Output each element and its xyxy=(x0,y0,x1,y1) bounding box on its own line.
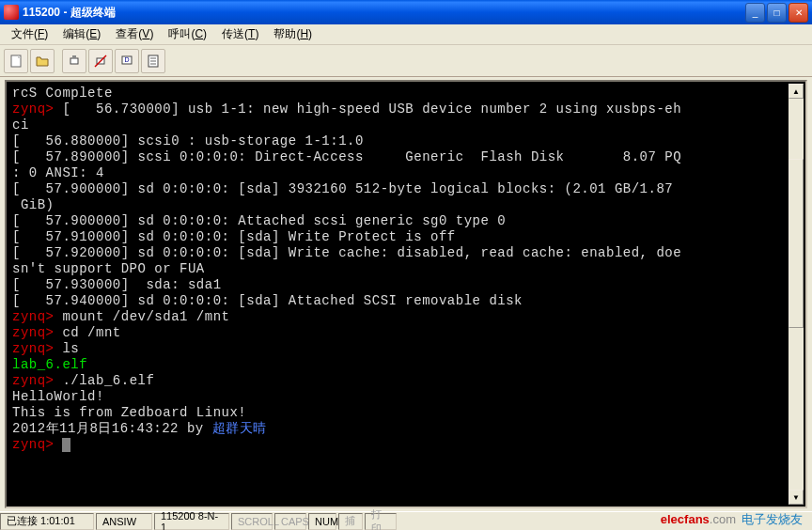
watermark: elecfans.com电子发烧友 xyxy=(661,511,803,528)
terminal-line: GiB) xyxy=(12,197,783,213)
terminal-line: zynq> mount /dev/sda1 /mnt xyxy=(12,309,783,325)
terminal-line: This is from Zedboard Linux! xyxy=(12,405,783,421)
titlebar: 115200 - 超级终端 _ □ ✕ xyxy=(0,0,812,24)
menubar: 文件(F) 编辑(E) 查看(V) 呼叫(C) 传送(T) 帮助(H) xyxy=(0,24,812,45)
status-emulation: ANSIW xyxy=(96,513,152,530)
terminal-line: zynq> ./lab_6.elf xyxy=(12,373,783,389)
menu-view[interactable]: 查看(V) xyxy=(108,24,161,44)
app-icon xyxy=(4,5,19,20)
properties-button[interactable] xyxy=(141,49,165,73)
close-button[interactable]: ✕ xyxy=(789,3,808,23)
terminal-line: zynq> [ 56.730000] usb 1-1: new high-spe… xyxy=(12,101,783,117)
terminal-line: rcS Complete xyxy=(12,86,783,101)
terminal-line: ci xyxy=(12,117,783,133)
status-connected: 已连接 1:01:01 xyxy=(0,513,94,530)
svg-rect-2 xyxy=(72,55,76,58)
status-print: 打印 xyxy=(365,513,397,530)
terminal-line: [ 57.920000] sd 0:0:0:0: [sda] Write cac… xyxy=(12,245,783,261)
status-caps: CAPS xyxy=(274,513,306,530)
minimize-button[interactable]: _ xyxy=(745,3,765,23)
terminal-line: zynq> cd /mnt xyxy=(12,325,783,341)
terminal[interactable]: rcS Completezynq> [ 56.730000] usb 1-1: … xyxy=(8,84,787,505)
terminal-line: [ 57.900000] sd 0:0:0:0: [sda] 3932160 5… xyxy=(12,181,783,197)
send-button[interactable]: D xyxy=(115,49,139,73)
connect-button[interactable] xyxy=(62,49,86,73)
terminal-border: rcS Completezynq> [ 56.730000] usb 1-1: … xyxy=(5,80,807,508)
maximize-button[interactable]: □ xyxy=(767,3,787,23)
terminal-line: : 0 ANSI: 4 xyxy=(12,165,783,181)
window-title: 115200 - 超级终端 xyxy=(23,5,745,21)
statusbar: 已连接 1:01:01 ANSIW 115200 8-N-1 SCROLL CA… xyxy=(0,511,812,530)
menu-call[interactable]: 呼叫(C) xyxy=(161,24,214,44)
status-capture: 捕 xyxy=(338,513,363,530)
terminal-line: [ 57.910000] sd 0:0:0:0: [sda] Write Pro… xyxy=(12,229,783,245)
window-controls: _ □ ✕ xyxy=(745,3,808,23)
terminal-line: zynq> ls xyxy=(12,341,783,357)
status-num: NUM xyxy=(308,513,336,530)
open-file-button[interactable] xyxy=(30,49,55,73)
terminal-line: 2012年11月8日16:43:22 by 超群天晴 xyxy=(12,421,783,437)
terminal-line: sn't support DPO or FUA xyxy=(12,261,783,277)
terminal-line: zynq> xyxy=(12,437,783,453)
terminal-line: [ 56.880000] scsi0 : usb-storage 1-1:1.0 xyxy=(12,133,783,149)
watermark-brand: elecfans xyxy=(661,512,710,526)
status-scroll: SCROLL xyxy=(231,513,273,530)
menu-file[interactable]: 文件(F) xyxy=(4,24,55,44)
svg-text:D: D xyxy=(124,56,129,63)
toolbar: D xyxy=(0,45,812,77)
scroll-thumb[interactable] xyxy=(789,159,804,328)
watermark-cn: 电子发烧友 xyxy=(742,512,803,526)
scroll-up-button[interactable]: ▲ xyxy=(789,84,804,99)
menu-help[interactable]: 帮助(H) xyxy=(266,24,320,44)
terminal-line: [ 57.930000] sda: sda1 xyxy=(12,277,783,293)
terminal-line: lab_6.elf xyxy=(12,357,783,373)
watermark-domain: .com xyxy=(710,512,736,526)
status-params: 115200 8-N-1 xyxy=(154,513,229,530)
menu-edit[interactable]: 编辑(E) xyxy=(55,24,108,44)
scrollbar[interactable]: ▲ ▼ xyxy=(789,84,804,505)
menu-transfer[interactable]: 传送(T) xyxy=(214,24,266,44)
svg-rect-1 xyxy=(70,58,78,64)
terminal-line: [ 57.900000] sd 0:0:0:0: Attached scsi g… xyxy=(12,213,783,229)
terminal-line: [ 57.890000] scsi 0:0:0:0: Direct-Access… xyxy=(12,149,783,165)
new-file-button[interactable] xyxy=(4,49,28,73)
terminal-line: [ 57.940000] sd 0:0:0:0: [sda] Attached … xyxy=(12,293,783,309)
cursor xyxy=(62,438,70,452)
terminal-container: rcS Completezynq> [ 56.730000] usb 1-1: … xyxy=(2,77,810,511)
terminal-line: HelloWorld! xyxy=(12,389,783,405)
disconnect-button[interactable] xyxy=(88,49,113,73)
scroll-down-button[interactable]: ▼ xyxy=(789,490,804,505)
